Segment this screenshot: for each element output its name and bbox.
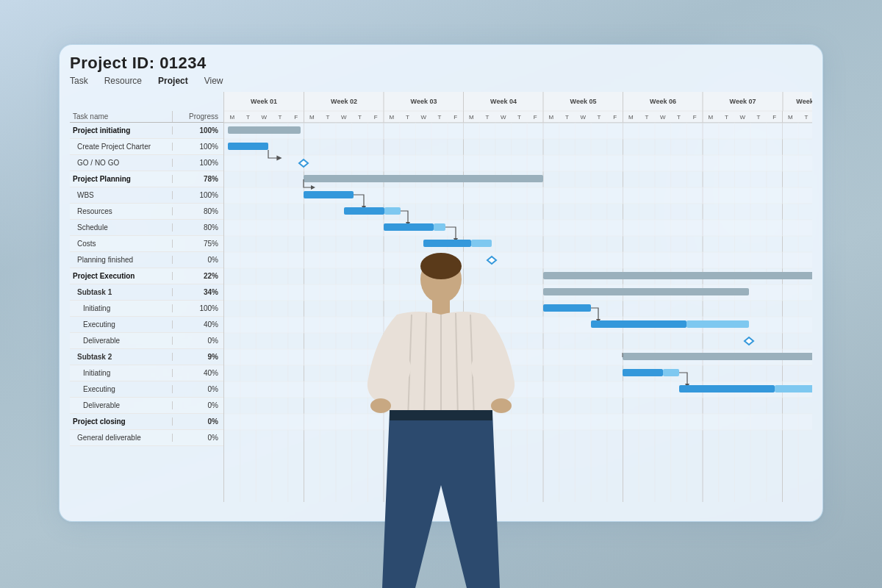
table-row: Subtask 1 34% [70, 284, 223, 301]
gantt-bar-planning [304, 175, 543, 182]
svg-text:M: M [709, 114, 714, 121]
gantt-bar-project-initiating [228, 126, 301, 134]
svg-text:M: M [788, 114, 793, 121]
table-row: Costs 75% [70, 236, 223, 252]
svg-rect-2 [432, 300, 450, 315]
svg-text:T: T [406, 114, 409, 121]
svg-text:M: M [390, 114, 395, 121]
svg-text:M: M [549, 114, 554, 121]
svg-text:T: T [565, 114, 569, 121]
svg-point-1 [420, 253, 462, 279]
gantt-bar-schedule-extra [434, 223, 445, 231]
svg-text:F: F [294, 114, 298, 121]
project-id: Project ID: 01234 [70, 54, 812, 73]
table-row: Project closing 0% [70, 414, 223, 430]
gantt-bar-subtask1 [543, 288, 749, 295]
svg-text:W: W [739, 114, 745, 121]
menu-project[interactable]: Project [158, 76, 188, 86]
menu-view[interactable]: View [204, 76, 223, 86]
svg-text:T: T [725, 114, 728, 121]
svg-text:T: T [645, 114, 649, 121]
svg-text:F: F [374, 114, 378, 121]
table-row: Deliverable 0% [70, 398, 223, 414]
svg-text:T: T [757, 114, 761, 121]
svg-text:W: W [341, 114, 347, 121]
svg-rect-101 [224, 123, 812, 139]
svg-text:Week: Week [796, 98, 812, 105]
table-row: Initiating 100% [70, 301, 223, 317]
gantt-bar-charter [228, 143, 268, 150]
table-header: Task name Progress [70, 92, 223, 123]
gantt-bar-wbs [304, 191, 354, 198]
svg-text:T: T [246, 114, 250, 121]
svg-text:T: T [677, 114, 681, 121]
svg-text:T: T [805, 114, 808, 121]
table-row: Executing 0% [70, 381, 223, 398]
svg-text:Week 05: Week 05 [570, 98, 597, 105]
col-header-task: Task name [70, 111, 173, 122]
svg-text:Week 03: Week 03 [411, 98, 437, 105]
gantt-bar-resources-extra [384, 207, 401, 215]
table-row: Executing 40% [70, 317, 223, 333]
svg-text:M: M [309, 114, 315, 121]
gantt-bar-resources [344, 207, 384, 215]
task-rows: Project initiating 100% Create Project C… [70, 123, 223, 446]
gantt-bar-subtask2 [623, 353, 812, 360]
table-row: Initiating 40% [70, 365, 223, 381]
svg-text:F: F [534, 114, 537, 121]
svg-text:T: T [279, 114, 282, 121]
svg-text:F: F [613, 114, 617, 121]
gantt-bar-sub1-executing-extra [686, 320, 749, 328]
svg-text:F: F [453, 114, 457, 121]
gantt-bar-sub2-executing [679, 385, 775, 392]
task-section: Task name Progress Project initiating 10… [70, 92, 224, 502]
svg-text:F: F [772, 114, 776, 121]
svg-text:T: T [517, 114, 521, 121]
table-row: Project Execution 22% [70, 268, 223, 284]
svg-point-4 [370, 398, 391, 413]
svg-text:M: M [469, 114, 474, 121]
gantt-bar-sub2-initiating [623, 369, 663, 376]
gantt-bar-execution [543, 272, 812, 279]
menu-bar: Task Resource Project View [70, 76, 812, 86]
table-row: Project Planning 78% [70, 171, 223, 187]
table-row: GO / NO GO 100% [70, 155, 223, 171]
svg-text:T: T [486, 114, 490, 121]
svg-text:Week 04: Week 04 [490, 98, 517, 105]
person-figure [345, 235, 537, 588]
col-header-progress: Progress [173, 111, 221, 122]
svg-text:Week 07: Week 07 [730, 98, 756, 105]
svg-text:M: M [230, 114, 235, 121]
menu-resource[interactable]: Resource [104, 76, 142, 86]
svg-text:W: W [580, 114, 586, 121]
gantt-bar-sub1-initiating [543, 304, 591, 312]
svg-text:W: W [420, 114, 426, 121]
table-row: Resources 80% [70, 204, 223, 220]
table-row: Create Project Charter 100% [70, 139, 223, 155]
table-row: Subtask 2 9% [70, 349, 223, 365]
table-row: WBS 100% [70, 187, 223, 204]
svg-rect-107 [224, 220, 812, 236]
svg-rect-3 [390, 410, 492, 420]
table-row: General deliverable 0% [70, 430, 223, 446]
svg-point-5 [491, 398, 512, 413]
svg-text:T: T [326, 114, 330, 121]
gantt-bar-sub2-initiating-extra [663, 369, 679, 376]
svg-rect-102 [224, 139, 812, 155]
table-row: Schedule 80% [70, 220, 223, 236]
svg-text:W: W [660, 114, 666, 121]
gantt-bar-sub2-executing-extra [775, 385, 812, 392]
svg-text:Week 02: Week 02 [331, 98, 357, 105]
svg-text:W: W [261, 114, 267, 121]
svg-rect-106 [224, 204, 812, 220]
svg-text:Week 01: Week 01 [251, 98, 277, 105]
svg-text:T: T [438, 114, 442, 121]
menu-task[interactable]: Task [70, 76, 88, 86]
svg-text:M: M [628, 114, 634, 121]
table-row: Project initiating 100% [70, 123, 223, 139]
table-row: Deliverable 0% [70, 333, 223, 349]
svg-text:F: F [693, 114, 697, 121]
svg-text:T: T [358, 114, 362, 121]
table-row: Planning finished 0% [70, 252, 223, 268]
svg-text:Week 06: Week 06 [650, 98, 676, 105]
